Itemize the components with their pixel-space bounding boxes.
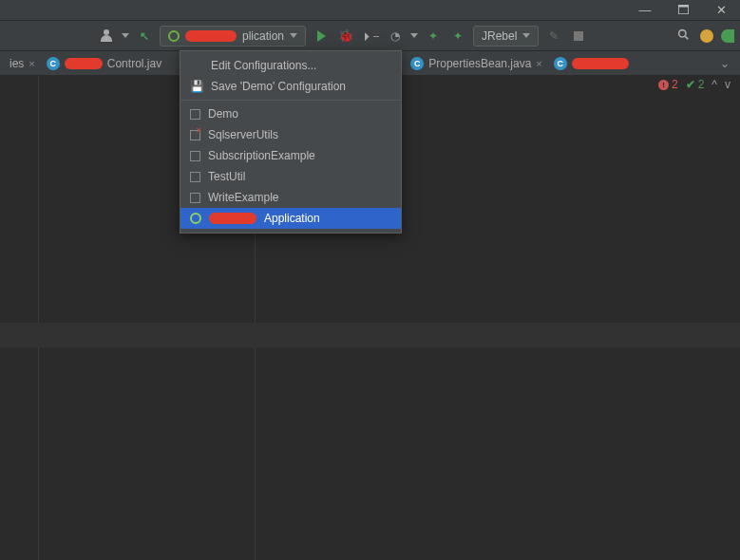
run-button[interactable]	[312, 27, 331, 46]
save-icon: 💾	[190, 80, 203, 93]
svg-point-0	[678, 29, 685, 36]
svg-line-1	[685, 36, 688, 39]
tab-control[interactable]: C Control.jav	[41, 52, 167, 75]
menu-label: Save 'Demo' Configuration	[211, 80, 346, 93]
tab-partial-left[interactable]: ies ×	[4, 52, 41, 75]
warning-count-badge[interactable]: ✔ 2	[686, 78, 705, 91]
dropdown-arrow-icon	[522, 33, 530, 38]
error-count: 2	[672, 78, 678, 91]
debug-button[interactable]: 🐞	[336, 27, 355, 46]
application-icon	[190, 193, 200, 203]
user-icon[interactable]	[97, 27, 116, 46]
tabs-overflow-button[interactable]: ⌄	[715, 54, 734, 73]
menu-edit-configurations[interactable]: Edit Configurations...	[180, 55, 401, 76]
main-toolbar: ↖ plication 🐞 ⏵⎯ ◔ ✦ ✦ JRebel ✎	[0, 21, 740, 51]
warning-count: 2	[698, 78, 705, 91]
menu-save-configuration[interactable]: 💾 Save 'Demo' Configuration	[180, 76, 401, 97]
prev-highlight-button[interactable]: ^	[712, 78, 717, 91]
menu-run-subscriptionexample[interactable]: SubscriptionExample	[180, 145, 401, 166]
application-icon	[190, 151, 200, 161]
spring-icon	[190, 213, 201, 224]
menu-label: WriteExample	[208, 191, 278, 204]
blank-icon	[190, 59, 203, 72]
class-icon: C	[47, 57, 60, 70]
menu-run-demo[interactable]: Demo	[180, 103, 401, 124]
jrebel-label: JRebel	[482, 29, 517, 43]
menu-run-sqlserverutils[interactable]: SqlserverUtils	[180, 124, 401, 145]
inspection-status: ! 2 ✔ 2 ^ v	[658, 78, 731, 91]
search-button[interactable]	[674, 27, 693, 46]
tab-label: PropertiesBean.java	[428, 57, 531, 70]
error-count-badge[interactable]: ! 2	[658, 78, 678, 91]
menu-label: SubscriptionExample	[208, 149, 315, 162]
redacted-text	[65, 58, 103, 69]
application-error-icon	[190, 130, 200, 140]
menu-label: SqlserverUtils	[208, 128, 278, 141]
window-titlebar: — 🗖 ✕	[0, 0, 740, 21]
check-icon: ✔	[686, 78, 695, 91]
highlighted-line	[0, 323, 740, 347]
tab-close-icon[interactable]: ×	[28, 58, 34, 69]
tab-redacted-right[interactable]: C	[548, 52, 635, 75]
menu-run-writeexample[interactable]: WriteExample	[180, 187, 401, 208]
jrebel-debug-icon[interactable]: ✦	[448, 27, 467, 46]
profile-dropdown-arrow-icon[interactable]	[410, 33, 418, 38]
redacted-text	[209, 213, 256, 224]
redacted-text	[572, 58, 629, 69]
maximize-button[interactable]: 🗖	[664, 0, 702, 21]
redacted-text	[185, 30, 237, 42]
stop-button[interactable]	[569, 27, 588, 46]
coverage-button[interactable]: ⏵⎯	[361, 27, 380, 46]
tab-label: ies	[9, 57, 24, 70]
profile-icon[interactable]: ◔	[386, 27, 405, 46]
error-icon: !	[658, 80, 669, 90]
menu-separator	[180, 100, 401, 101]
tab-close-icon[interactable]: ×	[536, 58, 541, 69]
tab-label: Control.jav	[107, 57, 161, 70]
run-config-suffix: plication	[242, 29, 284, 43]
build-hammer-icon[interactable]: ↖	[135, 27, 154, 46]
hammer-disabled-icon: ✎	[544, 27, 563, 46]
user-dropdown-arrow-icon[interactable]	[122, 33, 129, 38]
class-icon: C	[410, 57, 424, 70]
tab-propertiesbean[interactable]: C PropertiesBean.java ×	[405, 52, 548, 75]
application-icon	[190, 109, 200, 120]
close-window-button[interactable]: ✕	[702, 0, 740, 21]
menu-run-testutil[interactable]: TestUtil	[180, 166, 401, 187]
dropdown-arrow-icon	[290, 33, 297, 38]
minimize-button[interactable]: —	[626, 0, 664, 21]
notifications-icon[interactable]	[700, 29, 713, 43]
class-icon: C	[554, 57, 567, 70]
collab-icon[interactable]	[721, 29, 734, 43]
jrebel-selector[interactable]: JRebel	[473, 26, 539, 47]
run-config-dropdown-menu: Edit Configurations... 💾 Save 'Demo' Con…	[180, 50, 402, 233]
run-configuration-selector[interactable]: plication	[160, 26, 306, 47]
menu-label: Demo	[208, 107, 238, 121]
gutter-border	[38, 76, 39, 560]
menu-run-application-selected[interactable]: Application	[180, 208, 401, 229]
jrebel-run-icon[interactable]: ✦	[424, 27, 443, 46]
application-icon	[190, 172, 200, 182]
menu-label: TestUtil	[208, 170, 245, 183]
menu-label: Application	[264, 212, 320, 225]
next-highlight-button[interactable]: v	[725, 78, 731, 91]
menu-label: Edit Configurations...	[211, 59, 316, 72]
spring-icon	[168, 30, 180, 42]
